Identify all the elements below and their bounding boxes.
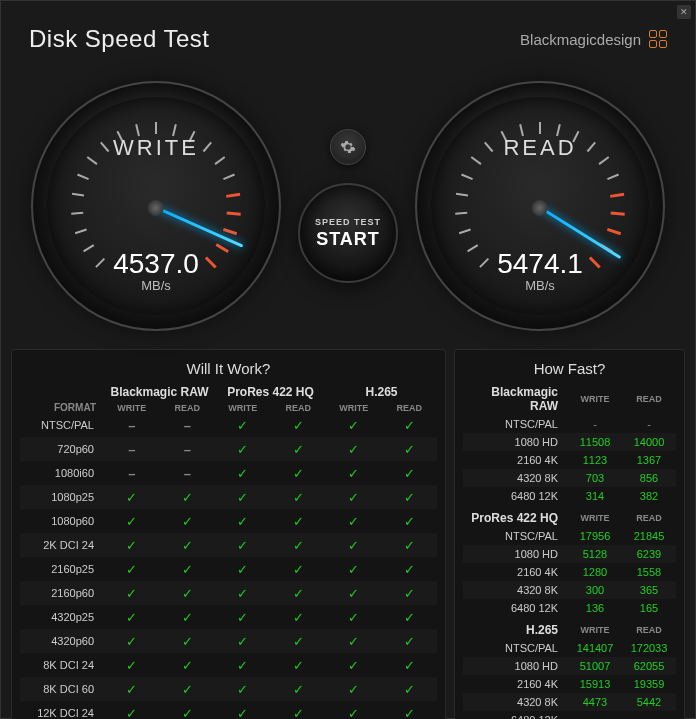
resolution-label: 2160 4K [463, 566, 568, 578]
write-value: 11508 [568, 436, 622, 448]
write-value: 136 [568, 602, 622, 614]
resolution-label: 2160 4K [463, 454, 568, 466]
how-fast-panel: How Fast? Blackmagic RAWWRITEREADNTSC/PA… [454, 349, 685, 719]
read-value: 14000 [622, 436, 676, 448]
check-icon: ✓ [293, 682, 304, 697]
check-icon: ✓ [182, 490, 193, 505]
check-icon: ✓ [126, 634, 137, 649]
table-row: 4320 8K44735442 [463, 693, 676, 711]
table-row: 4320 8K300365 [463, 581, 676, 599]
dash-icon: – [184, 466, 191, 481]
dash-icon: – [128, 418, 135, 433]
check-icon: ✓ [237, 706, 248, 720]
table-row: 2160p60✓✓✓✓✓✓ [20, 581, 437, 605]
read-value: 19359 [622, 678, 676, 690]
read-value: - [622, 418, 676, 430]
check-icon: ✓ [237, 610, 248, 625]
format-label: 1080p25 [20, 491, 104, 503]
write-value: 4473 [568, 696, 622, 708]
write-value: 17956 [568, 530, 622, 542]
format-label: 8K DCI 24 [20, 659, 104, 671]
table-row: 6480 12K-- [463, 711, 676, 719]
write-value: 300 [568, 584, 622, 596]
resolution-label: 1080 HD [463, 436, 568, 448]
format-label: 2160p60 [20, 587, 104, 599]
read-value: 6239 [622, 548, 676, 560]
check-icon: ✓ [237, 442, 248, 457]
check-icon: ✓ [126, 562, 137, 577]
dash-icon: – [128, 466, 135, 481]
write-value: 15913 [568, 678, 622, 690]
table-row: 2160p25✓✓✓✓✓✓ [20, 557, 437, 581]
check-icon: ✓ [348, 514, 359, 529]
table-row: 1080 HD5100762055 [463, 657, 676, 675]
check-icon: ✓ [404, 706, 415, 720]
format-label: 12K DCI 24 [20, 707, 104, 719]
gear-icon [340, 139, 356, 155]
check-icon: ✓ [404, 682, 415, 697]
check-icon: ✓ [404, 514, 415, 529]
check-icon: ✓ [348, 658, 359, 673]
center-controls: SPEED TEST START [298, 129, 398, 283]
check-icon: ✓ [126, 490, 137, 505]
check-icon: ✓ [404, 442, 415, 457]
format-label: 4320p60 [20, 635, 104, 647]
codec-header: H.265WRITEREAD [463, 623, 676, 637]
table-row: 1080p60✓✓✓✓✓✓ [20, 509, 437, 533]
check-icon: ✓ [293, 610, 304, 625]
check-icon: ✓ [404, 490, 415, 505]
format-label: 8K DCI 60 [20, 683, 104, 695]
check-icon: ✓ [182, 634, 193, 649]
start-button[interactable]: SPEED TEST START [298, 183, 398, 283]
will-it-work-panel: Will It Work? FORMAT Blackmagic RAWWRITE… [11, 349, 446, 719]
check-icon: ✓ [237, 634, 248, 649]
table-row: NTSC/PAL141407172033 [463, 639, 676, 657]
write-gauge-label: WRITE [33, 135, 279, 161]
gauge-row: WRITE 4537.0 MB/s SPEED TEST START READ [1, 61, 695, 341]
check-icon: ✓ [348, 682, 359, 697]
check-icon: ✓ [237, 658, 248, 673]
check-icon: ✓ [293, 586, 304, 601]
dash-icon: – [184, 418, 191, 433]
format-label: 1080p60 [20, 515, 104, 527]
check-icon: ✓ [348, 442, 359, 457]
check-icon: ✓ [404, 418, 415, 433]
table-row: 2K DCI 24✓✓✓✓✓✓ [20, 533, 437, 557]
read-gauge-value: 5474.1 MB/s [417, 248, 663, 293]
check-icon: ✓ [404, 538, 415, 553]
check-icon: ✓ [293, 634, 304, 649]
check-icon: ✓ [348, 634, 359, 649]
check-icon: ✓ [182, 706, 193, 720]
resolution-label: NTSC/PAL [463, 530, 568, 542]
check-icon: ✓ [404, 658, 415, 673]
disk-speed-test-window: ✕ Disk Speed Test Blackmagicdesign WRITE… [0, 0, 696, 719]
check-icon: ✓ [293, 490, 304, 505]
codec-header: Blackmagic RAWWRITEREAD [463, 385, 676, 413]
will-it-work-header: FORMAT Blackmagic RAWWRITEREAD ProRes 42… [20, 385, 437, 413]
resolution-label: 1080 HD [463, 548, 568, 560]
check-icon: ✓ [348, 562, 359, 577]
check-icon: ✓ [126, 658, 137, 673]
resolution-label: 2160 4K [463, 678, 568, 690]
check-icon: ✓ [293, 562, 304, 577]
resolution-label: 4320 8K [463, 584, 568, 596]
settings-button[interactable] [330, 129, 366, 165]
check-icon: ✓ [237, 490, 248, 505]
resolution-label: 1080 HD [463, 660, 568, 672]
check-icon: ✓ [182, 610, 193, 625]
brand-name: Blackmagicdesign [520, 31, 641, 48]
close-button[interactable]: ✕ [677, 5, 691, 19]
table-row: 1080i60––✓✓✓✓ [20, 461, 437, 485]
check-icon: ✓ [348, 610, 359, 625]
table-row: 6480 12K136165 [463, 599, 676, 617]
check-icon: ✓ [182, 586, 193, 601]
table-row: 4320 8K703856 [463, 469, 676, 487]
table-row: 8K DCI 60✓✓✓✓✓✓ [20, 677, 437, 701]
check-icon: ✓ [126, 706, 137, 720]
read-value: 382 [622, 490, 676, 502]
table-row: 1080p25✓✓✓✓✓✓ [20, 485, 437, 509]
check-icon: ✓ [237, 682, 248, 697]
read-value: 172033 [622, 642, 676, 654]
read-gauge: READ 5474.1 MB/s [415, 81, 665, 331]
header: Disk Speed Test Blackmagicdesign [1, 1, 695, 61]
